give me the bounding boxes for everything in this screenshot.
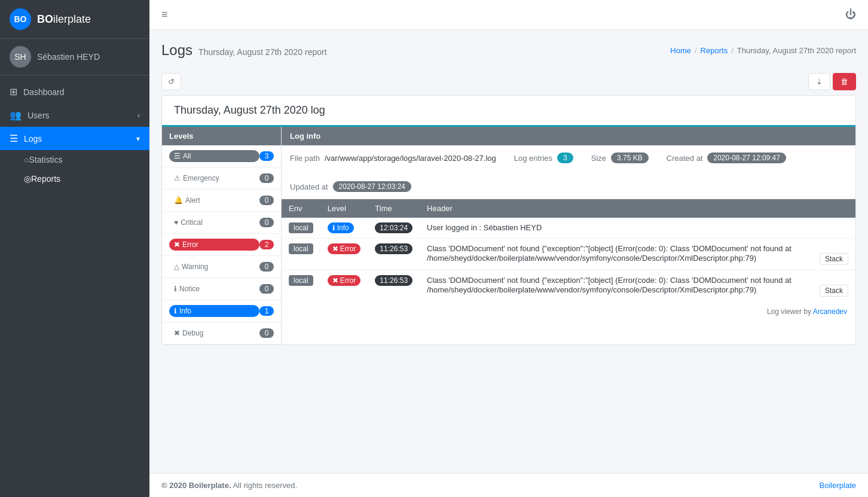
sidebar-item-statistics[interactable]: ○ Statistics: [0, 150, 149, 169]
level-count-info: 1: [259, 306, 274, 316]
cell-level: ✖Error: [320, 270, 368, 302]
breadcrumb-reports[interactable]: Reports: [701, 46, 728, 55]
log-card: Thursday, August 27th 2020 log Levels ☰ …: [161, 95, 856, 345]
level-tag-text: Error: [340, 245, 356, 253]
back-button[interactable]: ↺: [161, 73, 181, 90]
filepath-value: /var/www/app/storage/logs/laravel-2020-0…: [325, 154, 496, 163]
stack-button[interactable]: Stack: [820, 253, 848, 265]
level-item-alert[interactable]: 🔔 Alert 0: [162, 190, 281, 212]
level-item-warning[interactable]: △ Warning 0: [162, 256, 281, 278]
level-badge-emergency: ⚠ Emergency: [169, 172, 259, 184]
level-item-critical[interactable]: ♥ Critical 0: [162, 212, 281, 234]
sidebar-item-label: Statistics: [29, 155, 62, 164]
levels-panel: Levels ☰ All 3 ⚠ Emergency: [162, 127, 282, 344]
info-filepath: File path /var/www/app/storage/logs/lara…: [290, 154, 496, 163]
main-area: ≡ ⏻ Logs Thursday, August 27th 2020 repo…: [149, 0, 868, 497]
level-badge-error: ✖ Error: [169, 239, 259, 251]
level-item-error[interactable]: ✖ Error 2: [162, 234, 281, 256]
footer-rights: All rights reserved.: [233, 481, 297, 490]
avatar: SH: [10, 46, 31, 68]
brand-name: BOilerplate: [37, 13, 91, 26]
filepath-label: File path: [290, 154, 320, 163]
footer: © 2020 Boilerplate. All rights reserved.…: [149, 473, 868, 497]
level-count-critical: 0: [259, 218, 274, 227]
col-time: Time: [368, 199, 420, 218]
log-table-body: localℹInfo12:03:24User logged in : Sébas…: [282, 218, 855, 301]
log-viewer-credit-text: Log viewer by: [767, 307, 811, 316]
createdat-label: Created at: [667, 154, 703, 163]
menu-toggle-button[interactable]: ≡: [161, 8, 168, 21]
brand-icon-text: BO: [14, 14, 27, 24]
log-card-body: Levels ☰ All 3 ⚠ Emergency: [162, 127, 855, 344]
level-label-warning: Warning: [182, 263, 208, 271]
level-label-notice: Notice: [179, 285, 200, 293]
toolbar: ↺ ⇣ 🗑: [161, 68, 856, 95]
cell-env: local: [282, 239, 320, 270]
level-count-notice: 0: [259, 284, 274, 294]
topbar-right: ⏻: [845, 8, 856, 21]
logentries-count: 3: [557, 153, 573, 163]
level-tag-text: Error: [340, 276, 356, 285]
level-badge-info: ℹ Info: [169, 305, 259, 317]
sidebar-item-dashboard[interactable]: ⊞ Dashboard: [0, 80, 149, 103]
sidebar-item-logs[interactable]: ☰ Logs ▾: [0, 127, 149, 150]
level-badge-alert: 🔔 Alert: [169, 194, 259, 206]
download-button[interactable]: ⇣: [808, 73, 830, 90]
arcanedev-link[interactable]: Arcanedev: [813, 307, 847, 316]
sidebar-item-reports[interactable]: ◎ Reports: [0, 169, 149, 188]
level-label-error: Error: [182, 240, 198, 249]
updatedat-value: 2020-08-27 12:03:24: [333, 181, 411, 192]
col-level: Level: [320, 199, 368, 218]
footer-copyright-text: © 2020 Boilerplate.: [161, 481, 231, 490]
footer-boilerplate-link[interactable]: Boilerplate: [820, 481, 856, 490]
breadcrumb-separator: /: [731, 46, 733, 55]
level-badge-critical: ♥ Critical: [169, 217, 259, 228]
updatedat-label: Updated at: [290, 182, 328, 191]
level-tag-text: Info: [337, 224, 349, 232]
col-header: Header: [420, 199, 855, 218]
footer-copyright: © 2020 Boilerplate. All rights reserved.: [161, 481, 297, 490]
info-size: Size 3.75 KB: [591, 153, 649, 163]
cell-level: ℹInfo: [320, 218, 368, 239]
stack-button[interactable]: Stack: [820, 285, 848, 297]
logs-icon: ☰: [10, 133, 18, 144]
level-count-error: 2: [259, 240, 274, 249]
breadcrumb-home[interactable]: Home: [670, 46, 691, 55]
level-item-info[interactable]: ℹ Info 1: [162, 300, 281, 322]
level-tag: ✖Error: [328, 275, 361, 286]
level-item-all[interactable]: ☰ All 3: [162, 145, 281, 167]
chevron-down-icon: ▾: [136, 135, 140, 143]
level-item-notice[interactable]: ℹ Notice 0: [162, 278, 281, 300]
level-badge-debug: ✖ Debug: [169, 327, 259, 339]
brand-icon: BO: [10, 8, 31, 30]
chevron-left-icon: ‹: [137, 111, 140, 120]
reports-icon: ◎: [24, 174, 31, 184]
level-label-critical: Critical: [181, 218, 203, 227]
sidebar-item-label: Users: [27, 111, 137, 120]
log-viewer-credit: Log viewer by Arcanedev: [282, 301, 855, 322]
level-icon-alert: 🔔: [174, 196, 183, 205]
level-tag-icon: ℹ: [332, 224, 335, 232]
power-button[interactable]: ⏻: [845, 8, 856, 21]
cell-level: ✖Error: [320, 239, 368, 270]
table-row: local✖Error11:26:53Class 'DOMDocument' n…: [282, 270, 855, 302]
delete-button[interactable]: 🗑: [833, 73, 856, 90]
level-icon-all: ☰: [174, 152, 181, 160]
topbar: ≡ ⏻: [149, 0, 868, 30]
level-item-debug[interactable]: ✖ Debug 0: [162, 322, 281, 344]
level-item-emergency[interactable]: ⚠ Emergency 0: [162, 167, 281, 190]
cell-env: local: [282, 218, 320, 239]
toolbar-right-buttons: ⇣ 🗑: [808, 73, 856, 90]
sidebar-item-label: Logs: [24, 134, 136, 144]
cell-env: local: [282, 270, 320, 302]
info-createdat: Created at 2020-08-27 12:09:47: [667, 153, 786, 163]
sidebar-item-users[interactable]: 👥 Users ‹: [0, 103, 149, 127]
table-header-row: Env Level Time Header: [282, 199, 855, 218]
brand-name-bold: BO: [37, 13, 53, 25]
level-count-alert: 0: [259, 196, 274, 205]
cell-header: User logged in : Sébastien HEYD: [420, 218, 855, 239]
log-table: Env Level Time Header localℹInfo12:03:24…: [282, 199, 855, 301]
breadcrumb-current: Thursday, August 27th 2020 report: [737, 46, 856, 55]
level-icon-warning: △: [174, 263, 179, 271]
header-text: Class 'DOMDocument' not found {"exceptio…: [427, 276, 791, 294]
